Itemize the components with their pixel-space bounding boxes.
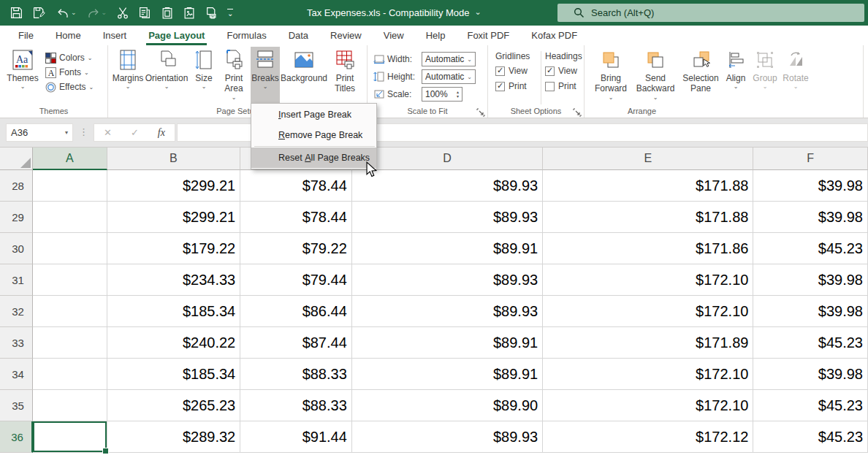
- cell-B33[interactable]: $240.22: [107, 327, 241, 359]
- row-header-33[interactable]: 33: [0, 327, 33, 359]
- orientation-button[interactable]: Orientation ⌄: [145, 47, 189, 91]
- tab-foxit-pdf[interactable]: Foxit PDF: [456, 26, 520, 45]
- menu-item-remove-page-break[interactable]: Remove Page Break: [251, 125, 376, 145]
- cell-C34[interactable]: $88.33: [240, 359, 352, 390]
- cell-A29[interactable]: [33, 202, 107, 233]
- cell-B28[interactable]: $299.21: [107, 170, 241, 202]
- column-header-d[interactable]: D: [352, 148, 543, 170]
- cell-E30[interactable]: $171.86: [543, 233, 753, 264]
- column-header-e[interactable]: E: [543, 148, 753, 170]
- tab-view[interactable]: View: [373, 26, 415, 45]
- cell-C31[interactable]: $79.44: [240, 264, 352, 296]
- save-as-button[interactable]: [33, 7, 46, 19]
- tab-help[interactable]: Help: [415, 26, 457, 45]
- cell-F31[interactable]: $39.98: [753, 264, 868, 296]
- scale-spinner[interactable]: 100% ▴▾: [422, 87, 462, 102]
- copy-button[interactable]: [139, 7, 151, 19]
- row-header-29[interactable]: 29: [0, 202, 33, 233]
- cell-F32[interactable]: $39.98: [753, 296, 868, 327]
- effects-button[interactable]: Effects⌄: [45, 80, 94, 93]
- row-header-32[interactable]: 32: [0, 296, 33, 327]
- headings-print-checkbox[interactable]: Print: [545, 81, 590, 91]
- cell-D36[interactable]: $89.93: [352, 421, 543, 453]
- tab-home[interactable]: Home: [45, 26, 92, 45]
- redo-dropdown-icon[interactable]: ⌄: [102, 9, 107, 16]
- cell-F35[interactable]: $45.23: [753, 390, 868, 421]
- cell-E36[interactable]: $172.12: [543, 421, 753, 453]
- cell-E31[interactable]: $172.10: [543, 264, 753, 296]
- row-header-31[interactable]: 31: [0, 264, 33, 296]
- paste-picture-button[interactable]: [183, 7, 195, 19]
- colors-button[interactable]: Colors⌄: [45, 51, 94, 64]
- headings-view-checkbox[interactable]: View: [545, 66, 590, 76]
- enter-icon[interactable]: ✓: [131, 127, 139, 138]
- cell-F28[interactable]: $39.98: [753, 170, 868, 202]
- cell-B31[interactable]: $234.33: [107, 264, 241, 296]
- menu-item-reset-all-page-breaks[interactable]: Reset All Page Breaks: [251, 148, 376, 168]
- print-area-button[interactable]: Print Area ⌄: [218, 47, 250, 102]
- cell-E33[interactable]: $171.89: [543, 327, 753, 359]
- cell-A36[interactable]: [33, 421, 107, 453]
- cell-D35[interactable]: $89.90: [352, 390, 543, 421]
- cell-C32[interactable]: $86.44: [240, 296, 352, 327]
- search-input[interactable]: Search (Alt+Q): [557, 4, 864, 22]
- cell-D31[interactable]: $89.93: [352, 264, 543, 296]
- undo-dropdown-icon[interactable]: ⌄: [71, 9, 77, 16]
- cell-A32[interactable]: [33, 296, 107, 327]
- cell-A30[interactable]: [33, 233, 107, 264]
- bring-forward-button[interactable]: Bring Forward ⌄: [590, 47, 631, 102]
- tab-data[interactable]: Data: [278, 26, 319, 45]
- cell-D33[interactable]: $89.91: [352, 327, 543, 359]
- insert-function-icon[interactable]: fx: [158, 127, 165, 139]
- save-button[interactable]: [10, 7, 23, 19]
- gridlines-print-checkbox[interactable]: Print: [495, 81, 541, 91]
- cell-F30[interactable]: $45.23: [753, 233, 868, 264]
- selection-pane-button[interactable]: Selection Pane: [679, 47, 722, 94]
- title-chevron-icon[interactable]: ⌄: [475, 7, 481, 17]
- row-header-34[interactable]: 34: [0, 359, 33, 390]
- cell-D29[interactable]: $89.93: [352, 202, 543, 233]
- themes-button[interactable]: Aa Themes ⌄: [6, 47, 39, 91]
- tab-page-layout[interactable]: Page Layout: [137, 26, 216, 45]
- gridlines-view-checkbox[interactable]: View: [495, 66, 541, 76]
- cell-F34[interactable]: $39.98: [753, 359, 868, 390]
- cell-F33[interactable]: $45.23: [753, 327, 868, 359]
- column-header-a[interactable]: A: [33, 148, 107, 170]
- cell-D34[interactable]: $89.91: [352, 359, 543, 390]
- cell-C35[interactable]: $88.33: [240, 390, 352, 421]
- cell-F29[interactable]: $39.98: [753, 202, 868, 233]
- size-button[interactable]: Size ⌄: [190, 47, 218, 91]
- tab-kofax-pdf[interactable]: Kofax PDF: [520, 26, 588, 45]
- cell-B34[interactable]: $185.34: [107, 359, 241, 390]
- print-titles-button[interactable]: Print Titles: [327, 47, 362, 94]
- print-preview-button[interactable]: [205, 7, 217, 19]
- cell-C29[interactable]: $78.44: [240, 202, 352, 233]
- redo-button[interactable]: ⌄: [87, 7, 107, 19]
- cell-B29[interactable]: $299.21: [107, 202, 241, 233]
- height-dropdown[interactable]: Automatic⌄: [422, 69, 476, 84]
- cell-E35[interactable]: $172.10: [543, 390, 753, 421]
- cell-E32[interactable]: $172.10: [543, 296, 753, 327]
- row-header-36[interactable]: 36: [0, 421, 33, 453]
- tab-formulas[interactable]: Formulas: [216, 26, 277, 45]
- cell-B32[interactable]: $185.34: [107, 296, 241, 327]
- cell-F36[interactable]: $45.23: [753, 421, 868, 453]
- cell-E28[interactable]: $171.88: [543, 170, 753, 202]
- row-header-28[interactable]: 28: [0, 170, 33, 202]
- cell-C30[interactable]: $79.22: [240, 233, 352, 264]
- tab-review[interactable]: Review: [319, 26, 373, 45]
- cell-A28[interactable]: [33, 170, 107, 202]
- cell-B30[interactable]: $179.22: [107, 233, 241, 264]
- rotate-button[interactable]: Rotate ⌄: [780, 47, 811, 91]
- cell-D28[interactable]: $89.93: [352, 170, 543, 202]
- row-header-35[interactable]: 35: [0, 390, 33, 421]
- cell-A35[interactable]: [33, 390, 107, 421]
- margins-button[interactable]: Margins ⌄: [111, 47, 145, 91]
- menu-item-insert-page-break[interactable]: Insert Page Break: [251, 104, 376, 125]
- cell-D30[interactable]: $89.91: [352, 233, 543, 264]
- cell-B36[interactable]: $289.32: [107, 421, 241, 453]
- cell-C36[interactable]: $91.44: [240, 421, 352, 453]
- undo-button[interactable]: ⌄: [56, 7, 77, 19]
- column-header-f[interactable]: F: [753, 148, 868, 170]
- row-header-30[interactable]: 30: [0, 233, 33, 264]
